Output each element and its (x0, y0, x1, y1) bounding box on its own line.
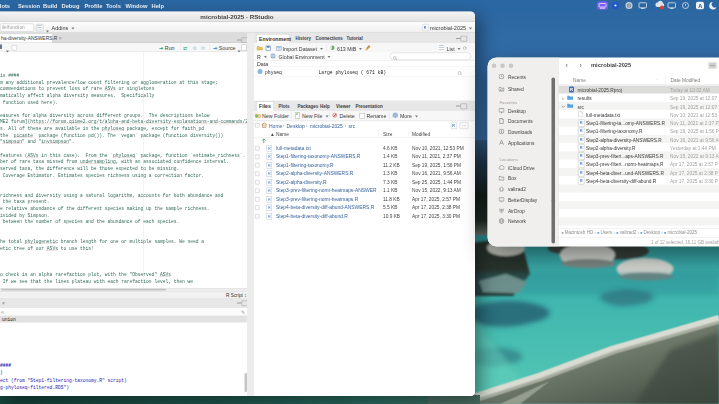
svg-text:A: A (698, 3, 702, 9)
